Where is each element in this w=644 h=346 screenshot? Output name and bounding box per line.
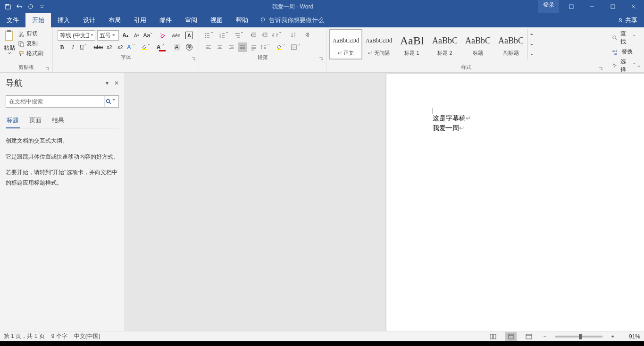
sort-button[interactable]: AZ [287,30,300,40]
highlight-button[interactable] [141,42,154,52]
font-launcher[interactable] [191,57,196,61]
borders-button[interactable] [291,42,304,52]
strikethrough-button[interactable]: abc [94,42,103,52]
tab-design[interactable]: 设计 [76,13,102,27]
page[interactable]: 这是字幕稿↵ 我爱一周↵ [386,74,644,331]
save-button[interactable] [3,1,13,12]
nav-tab-headings[interactable]: 标题 [6,114,20,128]
clipboard-launcher[interactable] [45,67,50,71]
nav-tab-pages[interactable]: 页面 [28,114,42,128]
paragraph-launcher[interactable] [318,57,323,61]
subscript-button[interactable]: x2 [105,42,114,52]
line-spacing-button[interactable] [260,42,274,52]
styles-more[interactable] [527,29,535,59]
nav-close-button[interactable]: ✕ [114,80,119,86]
doc-line[interactable]: 我爱一周 [433,124,459,132]
tab-mailings[interactable]: 邮件 [153,13,178,27]
nav-search-button[interactable] [104,96,118,107]
tab-review[interactable]: 审阅 [178,13,204,27]
shrink-font-button[interactable]: A▾ [132,31,142,40]
view-print-button[interactable] [505,332,517,341]
font-size-combo[interactable]: 五号 [97,30,119,41]
zoom-in-button[interactable]: + [609,333,617,340]
text-effects-button[interactable]: A [126,42,139,52]
paste-button[interactable]: 粘贴 [2,28,17,55]
minimize-button[interactable] [582,0,602,13]
italic-button[interactable]: I [68,42,77,52]
styles-gallery[interactable]: AaBbCcDd↵ 正文AaBbCcDd↵ 无间隔AaBl标题 1AaBbC标题… [328,28,536,60]
cut-button[interactable]: 剪切 [17,29,44,38]
ribbon-display-button[interactable] [561,0,582,13]
multilevel-button[interactable] [234,30,247,40]
status-lang[interactable]: 中文(中国) [74,332,100,340]
style-item-5[interactable]: AaBbC副标题 [494,29,527,59]
tab-layout[interactable]: 布局 [102,13,127,27]
nav-tab-results[interactable]: 结果 [51,114,65,128]
char-border-button[interactable]: A [184,31,194,40]
undo-button[interactable] [14,1,25,12]
tab-insert[interactable]: 插入 [51,13,76,27]
tab-view[interactable]: 视图 [204,13,229,27]
doc-line[interactable]: 这是字幕稿 [433,114,466,122]
font-color-button[interactable]: A [156,42,169,52]
status-words[interactable]: 9 个字 [51,332,67,340]
change-case-button[interactable]: Aa [143,31,156,40]
nav-search-input[interactable] [6,96,104,107]
share-button[interactable]: 共享 [611,13,644,27]
zoom-level[interactable]: 91% [623,333,640,340]
status-page[interactable]: 第 1 页，共 1 页 [4,332,45,340]
tab-home[interactable]: 开始 [25,13,51,27]
clear-format-button[interactable] [158,31,167,40]
align-distribute-button[interactable] [249,42,259,52]
view-web-button[interactable] [523,332,535,341]
tell-me[interactable]: 告诉我你想要做什么 [255,13,329,27]
text-direction-button[interactable] [272,30,285,40]
zoom-out-button[interactable]: − [541,333,549,340]
align-left-button[interactable] [204,42,213,52]
bold-button[interactable]: B [58,42,67,52]
copy-button[interactable]: 复制 [17,39,44,48]
document-area[interactable]: 这是字幕稿↵ 我爱一周↵ [125,73,644,331]
replace-button[interactable]: abac替换 [611,47,639,56]
indent-decrease-button[interactable] [249,30,259,40]
font-name-combo[interactable]: 等线 (中文正文 [58,30,95,41]
format-painter-button[interactable]: 格式刷 [17,49,44,58]
indent-increase-button[interactable] [260,30,270,40]
style-item-1[interactable]: AaBbCcDd↵ 无间隔 [362,29,395,59]
char-shading-button[interactable]: A [170,42,183,52]
login-button[interactable]: 登录 [538,0,559,13]
align-center-button[interactable] [215,42,225,52]
shading-button[interactable] [276,42,289,52]
phonetic-guide-button[interactable]: wén [169,31,183,40]
collapse-ribbon-button[interactable] [636,64,641,70]
select-button[interactable]: 选择 [611,57,639,74]
redo-button[interactable] [25,1,36,12]
enclose-char-button[interactable]: 字 [185,42,194,52]
numbering-button[interactable]: 123 [219,30,232,40]
style-item-0[interactable]: AaBbCcDd↵ 正文 [329,29,362,59]
align-justify-button[interactable] [238,42,247,52]
zoom-slider[interactable] [555,336,602,338]
styles-launcher[interactable] [598,67,603,71]
style-item-4[interactable]: AaBbC标题 [461,29,494,59]
find-button[interactable]: 查找 [611,29,639,46]
nav-dropdown[interactable]: ▾ [106,80,109,86]
tab-file[interactable]: 文件 [0,13,25,27]
tab-references[interactable]: 引用 [127,13,153,27]
grow-font-button[interactable]: A▴ [121,31,130,40]
view-read-button[interactable] [487,332,499,341]
superscript-button[interactable]: x2 [116,42,125,52]
underline-button[interactable]: U [79,42,92,52]
show-marks-button[interactable] [302,30,311,40]
close-button[interactable] [623,0,644,13]
qat-customize[interactable] [37,1,47,12]
maximize-button[interactable] [602,0,623,13]
tab-help[interactable]: 帮助 [229,13,255,27]
chevron-down-icon [8,52,11,54]
nav-search[interactable] [6,95,119,108]
style-item-3[interactable]: AaBbC标题 2 [428,29,461,59]
bullets-button[interactable] [204,30,217,40]
align-right-button[interactable] [226,42,236,52]
svg-rect-2 [569,5,573,8]
style-item-2[interactable]: AaBl标题 1 [395,29,428,59]
